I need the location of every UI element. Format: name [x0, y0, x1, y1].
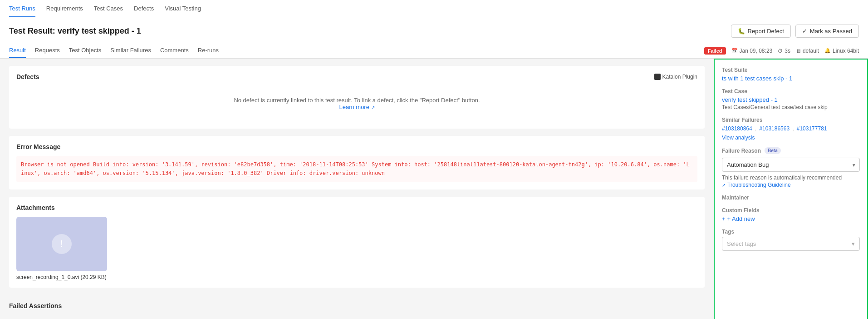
error-message-title: Error Message	[16, 143, 60, 150]
failed-assertions-section: Failed Assertions	[9, 295, 705, 317]
attachment-exclaim-icon: !	[52, 234, 72, 254]
test-suite-value[interactable]: ts with 1 test cases skip - 1	[722, 75, 860, 82]
sub-tabs: Result Requests Test Objects Similar Fai…	[9, 43, 219, 58]
learn-more-label: Learn more	[339, 104, 369, 110]
main-layout: Defects Katalon Plugin No defect is curr…	[0, 59, 868, 319]
report-defect-label: Report Defect	[748, 28, 784, 35]
similar-link-2[interactable]: #103186563	[759, 125, 790, 132]
tab-similar-failures[interactable]: Similar Failures	[110, 43, 151, 58]
sidebar-test-case: Test Case verify test skipped - 1 Test C…	[722, 88, 860, 110]
page-title: Test Result: verify test skipped - 1	[9, 26, 141, 36]
page-header: Test Result: verify test skipped - 1 🐛 R…	[0, 18, 868, 59]
bell-icon: 🔔	[824, 48, 831, 54]
view-analysis-link[interactable]: View analysis	[722, 135, 755, 141]
tab-reruns[interactable]: Re-runs	[198, 43, 219, 58]
external-link-icon: ↗	[371, 105, 375, 110]
status-badge: Failed	[704, 47, 726, 55]
auto-recommended-text: This failure reason is automatically rec…	[722, 174, 860, 181]
defects-section: Defects Katalon Plugin No defect is curr…	[9, 66, 705, 129]
meta-date-value: Jan 09, 08:23	[740, 48, 773, 54]
error-message-section: Error Message Browser is not opened Buil…	[9, 136, 705, 189]
top-nav: Test Runs Requirements Test Cases Defect…	[0, 0, 868, 18]
failed-assertions-title: Failed Assertions	[9, 302, 62, 309]
tab-comments[interactable]: Comments	[160, 43, 189, 58]
meta-date: 📅 Jan 09, 08:23	[731, 48, 773, 54]
similar-link-3[interactable]: #103177781	[797, 125, 827, 132]
nav-item-test-runs[interactable]: Test Runs	[9, 0, 35, 17]
attachment-filename: screen_recording_1_0.avi (20.29 KB)	[16, 274, 107, 280]
sidebar-tags: Tags Select tags ▾	[722, 229, 860, 251]
error-text: Browser is not opened Build info: versio…	[16, 156, 697, 182]
failure-reason-select[interactable]: Automation Bug Product Bug Environment I…	[722, 158, 860, 172]
nav-item-defects[interactable]: Defects	[134, 0, 154, 17]
attachment-thumbnail: !	[16, 217, 107, 271]
failure-reason-label: Failure Reason	[722, 148, 761, 154]
bug-icon: 🐛	[738, 28, 745, 35]
meta-os: 🔔 Linux 64bit	[824, 48, 859, 54]
similar-link-1[interactable]: #103180864	[722, 125, 752, 132]
nav-item-requirements[interactable]: Requirements	[46, 0, 83, 17]
defects-empty-message: No defect is currently linked to this te…	[16, 86, 697, 121]
sidebar-maintainer: Maintainer	[722, 194, 860, 201]
report-defect-button[interactable]: 🐛 Report Defect	[731, 25, 791, 38]
desktop-icon: 🖥	[796, 48, 801, 54]
test-case-value[interactable]: verify test skipped - 1	[722, 96, 860, 103]
troubleshoot-external-icon: ↗	[722, 183, 726, 188]
similar-link-separator-1: ,	[755, 125, 757, 132]
defects-title: Defects	[16, 73, 39, 80]
tab-result[interactable]: Result	[9, 43, 26, 58]
failure-reason-select-wrapper: Automation Bug Product Bug Environment I…	[722, 158, 860, 172]
katalon-icon	[654, 74, 661, 80]
plus-icon: +	[722, 215, 726, 222]
calendar-icon: 📅	[731, 48, 738, 54]
learn-more-link[interactable]: Learn more ↗	[339, 104, 374, 110]
header-actions: 🐛 Report Defect ✓ Mark as Passed	[731, 25, 859, 38]
attachments-section: Attachments ! screen_recording_1_0.avi (…	[9, 197, 705, 288]
troubleshoot-label: Troubleshooting Guideline	[727, 182, 791, 188]
similar-link-separator-2: ,	[792, 125, 794, 132]
status-row: Failed 📅 Jan 09, 08:23 ⏱ 3s 🖥 default 🔔 …	[704, 47, 859, 55]
tags-arrow-icon: ▾	[852, 240, 855, 247]
attachments-title: Attachments	[16, 204, 55, 211]
maintainer-label: Maintainer	[722, 194, 860, 201]
mark-as-passed-button[interactable]: ✓ Mark as Passed	[795, 25, 859, 38]
clock-icon: ⏱	[778, 48, 783, 54]
defects-empty-text: No defect is currently linked to this te…	[16, 97, 697, 104]
sidebar: Test Suite ts with 1 test cases skip - 1…	[714, 59, 868, 319]
beta-badge: Beta	[765, 147, 781, 154]
add-new-label: + Add new	[727, 215, 755, 222]
custom-fields-label: Custom Fields	[722, 207, 860, 214]
tab-requests[interactable]: Requests	[35, 43, 60, 58]
attachment-item[interactable]: ! screen_recording_1_0.avi (20.29 KB)	[16, 217, 107, 280]
meta-default-value: default	[803, 48, 819, 54]
tags-label: Tags	[722, 229, 860, 235]
test-suite-label: Test Suite	[722, 67, 860, 73]
similar-links-container: #103180864 , #103186563 , #103177781 Vie…	[722, 125, 860, 141]
meta-duration: ⏱ 3s	[778, 48, 790, 54]
nav-item-test-cases[interactable]: Test Cases	[94, 0, 123, 17]
meta-os-value: Linux 64bit	[833, 48, 859, 54]
sidebar-custom-fields: Custom Fields + + Add new	[722, 207, 860, 222]
troubleshoot-link[interactable]: ↗ Troubleshooting Guideline	[722, 182, 860, 188]
meta-default: 🖥 default	[796, 48, 819, 54]
tags-input[interactable]: Select tags ▾	[722, 237, 860, 251]
check-icon: ✓	[802, 28, 807, 35]
add-new-button[interactable]: + + Add new	[722, 215, 860, 222]
meta-duration-value: 3s	[785, 48, 790, 54]
tags-placeholder: Select tags	[727, 240, 756, 247]
mark-as-passed-label: Mark as Passed	[810, 28, 852, 35]
content-area: Defects Katalon Plugin No defect is curr…	[0, 59, 714, 319]
nav-item-visual-testing[interactable]: Visual Testing	[165, 0, 201, 17]
sidebar-failure-reason: Failure Reason Beta Automation Bug Produ…	[722, 147, 860, 188]
katalon-plugin-text: Katalon Plugin	[662, 74, 697, 80]
tab-test-objects[interactable]: Test Objects	[69, 43, 102, 58]
similar-failures-label: Similar Failures	[722, 117, 860, 123]
sidebar-similar-failures: Similar Failures #103180864 , #103186563…	[722, 117, 860, 141]
sidebar-test-suite: Test Suite ts with 1 test cases skip - 1	[722, 67, 860, 82]
test-case-path: Test Cases/General test case/test case s…	[722, 104, 860, 110]
test-case-label: Test Case	[722, 88, 860, 95]
katalon-plugin-label: Katalon Plugin	[654, 74, 697, 80]
